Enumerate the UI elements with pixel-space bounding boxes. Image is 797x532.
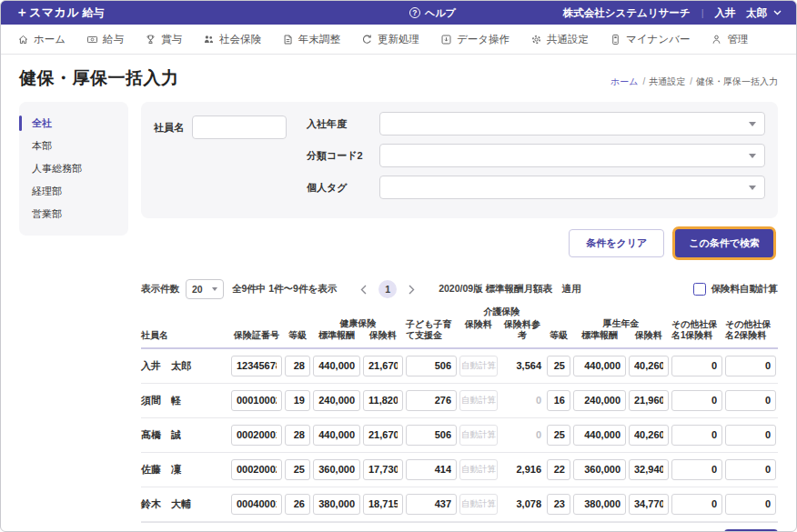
cert-no-input[interactable] — [231, 459, 282, 480]
breadcrumb-home[interactable]: ホーム — [610, 75, 645, 88]
group-title-pension: 厚生年金 — [573, 318, 669, 330]
health-std-input[interactable] — [313, 390, 360, 411]
footer-bar: 登録 — [141, 522, 778, 532]
sidebar-item-honbu[interactable]: 本部 — [19, 135, 128, 157]
table-header: 社員名 保険証番号 等級 健康保険 標準報酬 保険料 子ども子育て支援金 — [141, 306, 778, 349]
user-name: 入井 太郎 — [715, 6, 768, 20]
pension-premium-input[interactable] — [629, 390, 669, 411]
app-logo[interactable]: ＋ スマカル 給与 — [15, 5, 104, 21]
pension-grade-input[interactable] — [547, 459, 570, 480]
auto-calc-button[interactable]: 自動計算 — [459, 356, 498, 376]
pension-std-input[interactable] — [573, 390, 626, 411]
sidebar-item-all[interactable]: 全社 — [19, 112, 128, 135]
cert-no-input[interactable] — [231, 356, 282, 376]
nav-label: 年末調整 — [298, 33, 340, 46]
other2-premium-input[interactable] — [725, 494, 776, 515]
nav-item-settings[interactable]: 共通設定 — [530, 33, 589, 46]
health-premium-input[interactable] — [363, 459, 403, 480]
health-premium-input[interactable] — [363, 356, 403, 376]
auto-calc-toggle[interactable]: 保険料自動計算 — [693, 283, 779, 296]
other2-premium-input[interactable] — [725, 459, 776, 480]
auto-calc-checkbox[interactable] — [693, 283, 706, 296]
nav-item-data[interactable]: データ操作 — [440, 33, 509, 46]
health-premium-input[interactable] — [363, 390, 403, 411]
health-grade-input[interactable] — [285, 356, 310, 376]
health-std-input[interactable] — [313, 356, 360, 376]
pension-premium-input[interactable] — [629, 425, 669, 446]
other2-premium-input[interactable] — [725, 425, 776, 446]
nav-item-mynumber[interactable]: マイナンバー — [610, 33, 690, 46]
auto-calc-button[interactable]: 自動計算 — [459, 494, 498, 515]
health-grade-input[interactable] — [285, 390, 310, 411]
health-grade-input[interactable] — [285, 459, 310, 480]
child-support-input[interactable] — [406, 390, 457, 411]
cert-no-input[interactable] — [231, 425, 282, 446]
personal-tag-select[interactable] — [379, 176, 765, 199]
nav-item-year-end[interactable]: 年末調整 — [282, 33, 340, 46]
auto-calc-button[interactable]: 自動計算 — [459, 459, 498, 480]
pension-std-input[interactable] — [573, 494, 626, 515]
caret-down-icon — [212, 287, 217, 291]
clear-conditions-button[interactable]: 条件をクリア — [569, 229, 664, 257]
child-support-input[interactable] — [406, 356, 457, 376]
nav-item-social-insurance[interactable]: 社会保険 — [203, 33, 261, 46]
other2-premium-input[interactable] — [725, 390, 776, 411]
employee-name-input[interactable] — [192, 115, 287, 139]
per-page-select[interactable]: 20 — [186, 279, 224, 299]
health-std-input[interactable] — [313, 494, 360, 515]
health-grade-input[interactable] — [285, 494, 310, 515]
child-support-input[interactable] — [406, 459, 457, 480]
hire-year-select[interactable] — [379, 112, 765, 136]
page-number[interactable]: 1 — [378, 280, 397, 298]
nav-item-payroll[interactable]: 給与 — [86, 33, 124, 46]
care-ref-value: 3,078 — [500, 498, 544, 509]
health-premium-input[interactable] — [363, 425, 403, 446]
breadcrumb-settings[interactable]: 共通設定 — [649, 75, 692, 88]
pension-grade-input[interactable] — [547, 390, 570, 411]
pension-std-input[interactable] — [573, 425, 626, 446]
user-menu[interactable]: 入井 太郎 — [715, 6, 782, 20]
child-support-input[interactable] — [406, 425, 457, 446]
health-std-input[interactable] — [313, 425, 360, 446]
child-support-input[interactable] — [406, 494, 457, 515]
help-icon — [409, 7, 420, 18]
pension-grade-input[interactable] — [547, 356, 570, 376]
other1-premium-input[interactable] — [671, 459, 722, 480]
next-page-icon[interactable] — [409, 285, 415, 295]
pension-grade-input[interactable] — [547, 425, 570, 446]
breadcrumb-current: 健保・厚保一括入力 — [696, 75, 778, 88]
pension-grade-input[interactable] — [547, 494, 570, 515]
help-button[interactable]: ヘルプ — [409, 6, 456, 20]
sidebar-item-hr[interactable]: 人事総務部 — [19, 157, 128, 180]
pension-premium-input[interactable] — [629, 356, 669, 376]
sidebar-item-accounting[interactable]: 経理部 — [19, 180, 128, 203]
health-grade-input[interactable] — [285, 425, 310, 446]
nav-item-bonus[interactable]: 賞与 — [145, 33, 182, 46]
group-title-health: 健康保険 — [313, 318, 403, 330]
pension-premium-input[interactable] — [629, 494, 669, 515]
nav-item-home[interactable]: ホーム — [17, 33, 66, 46]
pension-std-input[interactable] — [573, 356, 626, 376]
col-header-care-premium: 保険料 — [459, 319, 498, 342]
auto-calc-button[interactable]: 自動計算 — [459, 390, 498, 411]
other1-premium-input[interactable] — [671, 356, 722, 376]
health-std-input[interactable] — [313, 459, 360, 480]
other1-premium-input[interactable] — [671, 390, 722, 411]
category-code-select[interactable] — [379, 144, 765, 167]
prev-page-icon[interactable] — [360, 285, 367, 295]
sidebar-item-sales[interactable]: 営業部 — [19, 203, 128, 226]
register-button[interactable]: 登録 — [724, 529, 778, 532]
auto-calc-button[interactable]: 自動計算 — [459, 425, 498, 446]
other2-premium-input[interactable] — [725, 356, 776, 376]
nav-item-update[interactable]: 更新処理 — [361, 33, 419, 46]
cert-no-input[interactable] — [231, 390, 282, 411]
pension-std-input[interactable] — [573, 459, 626, 480]
nav-item-admin[interactable]: 管理 — [711, 33, 748, 46]
other1-premium-input[interactable] — [671, 425, 722, 446]
cert-no-input[interactable] — [231, 494, 282, 515]
health-premium-input[interactable] — [363, 494, 403, 515]
pension-premium-input[interactable] — [629, 459, 669, 480]
other1-premium-input[interactable] — [671, 494, 722, 515]
help-label: ヘルプ — [425, 6, 456, 20]
search-button[interactable]: この条件で検索 — [675, 229, 773, 257]
